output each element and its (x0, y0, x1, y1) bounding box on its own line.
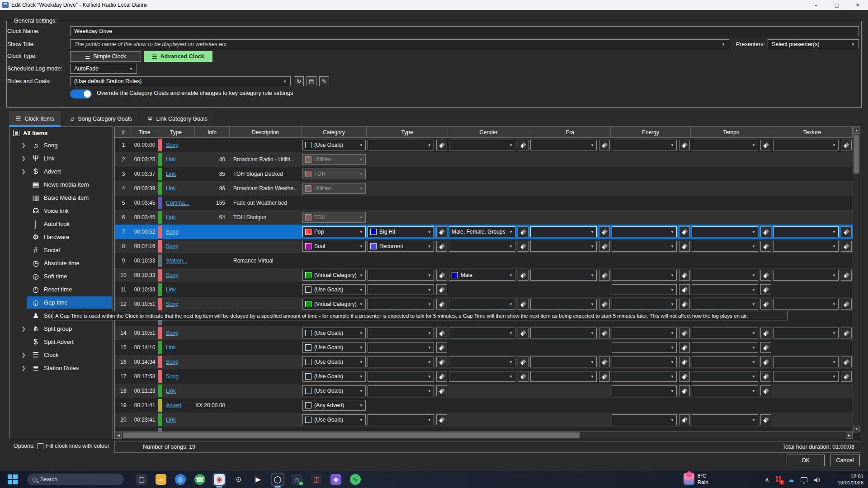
taskbar-app-messaging-app[interactable]: ☎ (193, 473, 207, 486)
goals-checkbox[interactable] (305, 417, 311, 423)
eraser-button[interactable] (436, 241, 447, 252)
eraser-button[interactable] (518, 299, 528, 310)
sidebar-item-split-advert[interactable]: $Split Advert (9, 335, 113, 348)
type-link[interactable]: Song (166, 229, 179, 235)
rules-edit-button[interactable]: ✎ (319, 76, 329, 86)
energy-dropdown[interactable]: ▼ (612, 299, 677, 310)
eraser-button[interactable] (436, 140, 447, 150)
eraser-button[interactable] (518, 140, 528, 150)
close-button[interactable]: ✕ (847, 0, 868, 10)
type-link[interactable]: Link (166, 185, 176, 192)
type-dropdown[interactable]: ▼ (368, 299, 434, 310)
taskbar-app-audio-editor[interactable]: ◫ (310, 473, 323, 486)
taskbar-app-browser[interactable]: ◍ (174, 473, 187, 486)
table-row[interactable]: 400:03:39Link86Broadcast Radio Weathe...… (115, 181, 853, 196)
category-dropdown[interactable]: Pop▼ (302, 226, 366, 237)
tempo-dropdown[interactable]: ▼ (692, 385, 758, 396)
type-link[interactable]: Link (166, 156, 176, 163)
taskbar-app-file-explorer[interactable]: ▰ (154, 473, 168, 486)
override-goals-toggle[interactable] (70, 89, 92, 99)
advanced-clock-button[interactable]: ☰ Advanced Clock (144, 51, 212, 62)
energy-dropdown[interactable]: ▼ (612, 284, 677, 295)
taskbar-app-desktop-app[interactable]: ▢ (135, 473, 148, 486)
simple-clock-button[interactable]: ☰ Simple Clock (70, 51, 141, 62)
era-dropdown[interactable]: ▼ (530, 241, 597, 252)
column-header-category[interactable]: Category (302, 127, 367, 138)
clock-name-input[interactable]: Weekday Drive (70, 26, 859, 36)
volume-icon[interactable]: ◀)) (814, 477, 820, 482)
expand-chevron-icon[interactable]: ❯ (20, 326, 27, 332)
type-dropdown[interactable]: ▼ (368, 357, 434, 367)
column-header-tempo[interactable]: Tempo (691, 127, 772, 138)
taskbar-app-music-app[interactable]: ∿ (349, 473, 362, 486)
category-dropdown[interactable]: (Any Advert)▼ (302, 400, 366, 411)
fill-lines-checkbox[interactable] (38, 443, 43, 449)
eraser-button[interactable] (760, 414, 771, 425)
gender-dropdown[interactable]: ▼ (449, 357, 515, 367)
eraser-button[interactable] (760, 342, 771, 353)
eraser-button[interactable] (841, 140, 852, 150)
eraser-button[interactable] (679, 342, 690, 353)
type-link[interactable]: Link (166, 286, 176, 293)
type-link[interactable]: Link (166, 388, 176, 394)
gender-dropdown[interactable]: ▼ (449, 371, 515, 382)
eraser-button[interactable] (679, 414, 690, 425)
era-dropdown[interactable]: ▼ (530, 328, 597, 338)
gender-dropdown[interactable]: ▼ (449, 299, 515, 310)
taskbar-app-recorder-app[interactable]: ⊙ (232, 473, 245, 486)
tempo-dropdown[interactable]: ▼ (692, 414, 758, 425)
category-dropdown[interactable]: (Use Goals)▼ (302, 385, 366, 396)
goals-checkbox[interactable] (305, 330, 311, 336)
sidebar-item-hardware[interactable]: ⚙Hardware (9, 230, 113, 244)
era-dropdown[interactable]: ▼ (530, 226, 597, 237)
expand-chevron-icon[interactable]: ❯ (20, 155, 27, 161)
energy-dropdown[interactable]: ▼ (612, 140, 677, 150)
column-header-type[interactable]: Type (157, 127, 195, 138)
rules-refresh-button[interactable]: ↻ (294, 76, 304, 86)
eraser-button[interactable] (760, 299, 771, 310)
type-dropdown[interactable]: ▼ (368, 385, 434, 396)
tab-song-category-goals[interactable]: ♫Song Category Goals (63, 111, 138, 127)
texture-dropdown[interactable]: ▼ (773, 371, 839, 382)
type-dropdown[interactable]: ▼ (368, 328, 434, 338)
table-row[interactable]: 1500:14:16Link(Use Goals)▼▼▼▼ (115, 340, 853, 355)
energy-dropdown[interactable]: ▼ (612, 226, 677, 237)
type-dropdown[interactable]: ▼ (368, 270, 434, 281)
sidebar-item-song[interactable]: ❯♫Song (9, 139, 113, 152)
energy-dropdown[interactable]: ▼ (612, 270, 677, 281)
column-header-info[interactable]: Info (195, 127, 230, 138)
energy-dropdown[interactable]: ▼ (612, 328, 677, 338)
vertical-scroll-thumb[interactable] (854, 135, 859, 174)
tempo-dropdown[interactable]: ▼ (692, 328, 758, 338)
tempo-dropdown[interactable]: ▼ (692, 140, 758, 150)
category-dropdown[interactable]: (Use Goals)▼ (302, 342, 366, 353)
column-header-era[interactable]: Era (529, 127, 611, 138)
sidebar-item-news-media-item[interactable]: ▤News media item (9, 178, 113, 191)
tab-link-category-goals[interactable]: ΨLink Category Goals (141, 111, 214, 127)
tempo-dropdown[interactable]: ▼ (692, 299, 758, 310)
table-row[interactable]: 700:03:52SongPop▼Big Hit▼Male, Female, G… (115, 225, 853, 239)
sidebar-item-split-group[interactable]: ❯⋔Split group (9, 322, 113, 335)
table-row[interactable]: 2000:23:41Link(Use Goals)▼▼▼▼ (115, 413, 853, 427)
start-button[interactable] (7, 474, 18, 485)
eraser-button[interactable] (436, 299, 447, 310)
eraser-button[interactable] (760, 270, 771, 281)
category-dropdown[interactable]: (Use Goals)▼ (302, 284, 366, 295)
sidebar-item-absolute-time[interactable]: ◷Absolute time (9, 257, 113, 270)
table-row[interactable]: 300:03:37Link85TOH Slogan DuckedTOH▼ (115, 167, 853, 181)
table-row[interactable]: 1400:10:51Song(Use Goals)▼▼▼▼▼▼▼ (115, 326, 853, 340)
eraser-button[interactable] (841, 357, 852, 367)
eraser-button[interactable] (679, 299, 690, 310)
eraser-button[interactable] (679, 226, 690, 237)
energy-dropdown[interactable]: ▼ (612, 357, 677, 367)
cloud-icon[interactable]: ☁ (788, 476, 794, 483)
type-link[interactable]: Song (166, 330, 179, 336)
type-dropdown[interactable]: Big Hit▼ (368, 226, 434, 237)
tree-root-all-items[interactable]: All Items (9, 127, 113, 139)
eraser-button[interactable] (679, 385, 690, 396)
scroll-left-arrow[interactable]: ◀ (115, 432, 122, 439)
type-dropdown[interactable]: ▼ (368, 371, 434, 382)
eraser-button[interactable] (679, 328, 690, 338)
tempo-dropdown[interactable]: ▼ (692, 270, 758, 281)
eraser-button[interactable] (679, 371, 690, 382)
